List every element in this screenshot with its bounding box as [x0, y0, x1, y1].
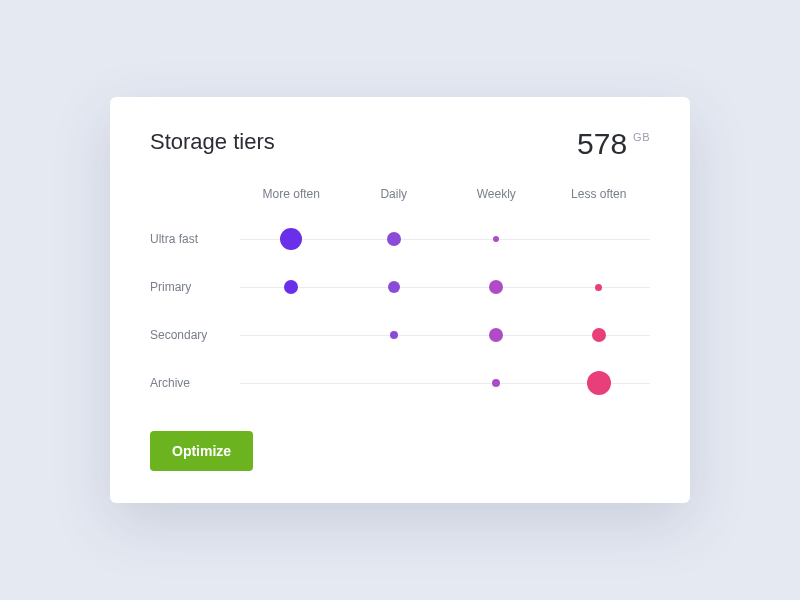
- row-divider: [548, 239, 651, 240]
- row-label: Archive: [150, 359, 240, 407]
- grid-cell: [240, 311, 343, 359]
- col-head-less-often: Less often: [548, 187, 651, 215]
- row-divider: [343, 383, 446, 384]
- data-dot: [489, 280, 503, 294]
- grid-cell: [445, 359, 548, 407]
- data-dot: [493, 236, 499, 242]
- grid-cell: [548, 311, 651, 359]
- data-dot: [492, 379, 500, 387]
- data-dot: [388, 281, 400, 293]
- grid-cell: [445, 311, 548, 359]
- grid-cell: [240, 359, 343, 407]
- row-label: Secondary: [150, 311, 240, 359]
- grid-cell: [240, 263, 343, 311]
- grid-cell: [445, 215, 548, 263]
- storage-total: 578 GB: [577, 129, 650, 159]
- data-dot: [280, 228, 302, 250]
- grid-cell: [445, 263, 548, 311]
- data-dot: [595, 284, 602, 291]
- col-head-weekly: Weekly: [445, 187, 548, 215]
- data-dot: [587, 371, 611, 395]
- grid-cell: [343, 311, 446, 359]
- data-dot: [489, 328, 503, 342]
- grid-cell: [548, 359, 651, 407]
- tier-frequency-grid: More often Daily Weekly Less often Ultra…: [150, 187, 650, 407]
- grid-cell: [240, 215, 343, 263]
- col-head-daily: Daily: [343, 187, 446, 215]
- card-title: Storage tiers: [150, 129, 275, 155]
- data-dot: [387, 232, 401, 246]
- data-dot: [592, 328, 606, 342]
- grid-cell: [343, 359, 446, 407]
- row-label: Ultra fast: [150, 215, 240, 263]
- card-header: Storage tiers 578 GB: [150, 129, 650, 159]
- col-head-more-often: More often: [240, 187, 343, 215]
- optimize-button[interactable]: Optimize: [150, 431, 253, 471]
- row-divider: [240, 335, 343, 336]
- total-value: 578: [577, 129, 627, 159]
- row-divider: [240, 383, 343, 384]
- data-dot: [390, 331, 398, 339]
- row-label: Primary: [150, 263, 240, 311]
- storage-tiers-card: Storage tiers 578 GB More often Daily We…: [110, 97, 690, 503]
- grid-cell: [343, 263, 446, 311]
- total-unit: GB: [633, 131, 650, 143]
- grid-cell: [548, 215, 651, 263]
- grid-cell: [548, 263, 651, 311]
- data-dot: [284, 280, 298, 294]
- grid-cell: [343, 215, 446, 263]
